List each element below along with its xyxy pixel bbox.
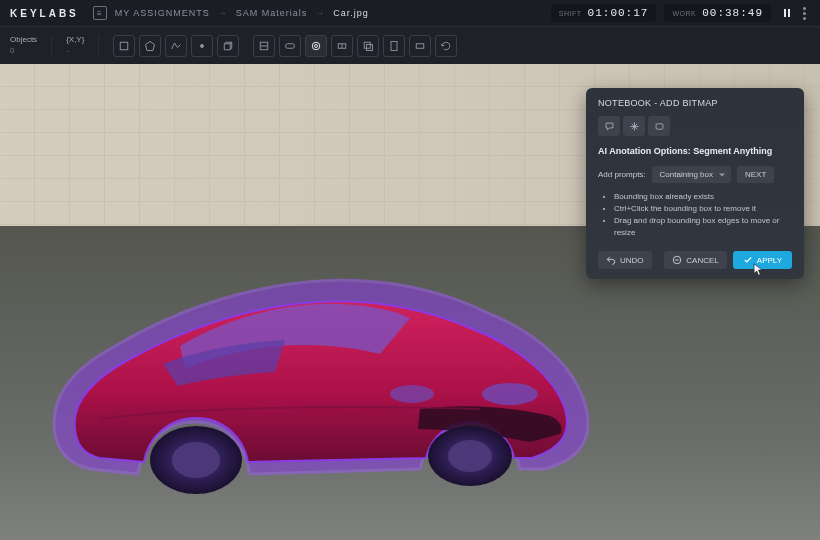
menu-dots-icon[interactable] bbox=[799, 7, 810, 20]
crumb-assignments[interactable]: MY ASSIGNMENTS bbox=[115, 8, 210, 18]
svg-rect-20 bbox=[656, 123, 663, 129]
toolbar: Objects 0 {X,Y} - bbox=[0, 26, 820, 64]
chevron-right-icon: → bbox=[315, 8, 325, 18]
shift-value: 01:00:17 bbox=[588, 7, 649, 19]
segmentation-mask bbox=[20, 234, 610, 494]
refresh-tool-icon[interactable] bbox=[435, 35, 457, 57]
svg-rect-12 bbox=[391, 41, 397, 50]
cursor-icon bbox=[753, 263, 764, 277]
pause-icon[interactable] bbox=[779, 7, 791, 19]
undo-button[interactable]: UNDO bbox=[598, 251, 652, 269]
svg-point-2 bbox=[201, 44, 204, 47]
tool-group-a bbox=[113, 35, 239, 57]
hint-item: Drag and drop bounding box edges to move… bbox=[614, 215, 792, 239]
sparkle-icon[interactable] bbox=[623, 116, 645, 136]
panel-title: NOTEBOOK - ADD BITMAP bbox=[598, 98, 792, 108]
crumb-folder[interactable]: SAM Materials bbox=[236, 8, 308, 18]
hint-item: Bounding box already exists bbox=[614, 191, 792, 203]
panel-heading: AI Anotation Options: Segment Anything bbox=[598, 146, 792, 156]
svg-rect-11 bbox=[367, 44, 373, 50]
cuboid-tool-icon[interactable] bbox=[217, 35, 239, 57]
bbox-tool-icon[interactable] bbox=[113, 35, 135, 57]
svg-rect-0 bbox=[121, 42, 129, 50]
svg-point-17 bbox=[172, 442, 220, 478]
work-value: 00:38:49 bbox=[702, 7, 763, 19]
segmented-object-car[interactable] bbox=[20, 234, 610, 494]
edit-tool-icon[interactable] bbox=[383, 35, 405, 57]
undo-icon bbox=[606, 255, 616, 265]
mask-icon[interactable] bbox=[648, 116, 670, 136]
check-icon bbox=[743, 255, 753, 265]
point-tool-icon[interactable] bbox=[191, 35, 213, 57]
tool-group-b bbox=[253, 35, 457, 57]
svg-point-6 bbox=[313, 42, 321, 50]
objects-counter: Objects 0 bbox=[10, 35, 37, 56]
svg-rect-10 bbox=[365, 42, 371, 48]
svg-rect-13 bbox=[417, 43, 425, 48]
hint-item: Ctrl+Click the bounding box to remove it bbox=[614, 203, 792, 215]
svg-point-14 bbox=[482, 383, 538, 405]
prompt-label: Add prompts: bbox=[598, 170, 646, 179]
next-button[interactable]: NEXT bbox=[737, 166, 774, 183]
svg-point-7 bbox=[315, 44, 318, 47]
header-right: SHIFT 01:00:17 WORK 00:38:49 bbox=[551, 4, 810, 22]
panel-mode-icons bbox=[598, 116, 792, 136]
work-timer: WORK 00:38:49 bbox=[664, 4, 771, 22]
prompt-row: Add prompts: Containing box NEXT bbox=[598, 166, 792, 183]
chat-icon[interactable] bbox=[598, 116, 620, 136]
cancel-button[interactable]: CANCEL bbox=[664, 251, 726, 269]
svg-point-15 bbox=[390, 385, 434, 403]
brush-tool-icon[interactable] bbox=[253, 35, 275, 57]
panel-actions: UNDO CANCEL APPLY bbox=[598, 251, 792, 269]
app-logo: KEYLABS bbox=[10, 8, 79, 19]
crumb-file[interactable]: Car.jpg bbox=[333, 8, 369, 18]
polyline-tool-icon[interactable] bbox=[165, 35, 187, 57]
shift-timer: SHIFT 01:00:17 bbox=[551, 4, 657, 22]
app-header: KEYLABS ≡ MY ASSIGNMENTS → SAM Materials… bbox=[0, 0, 820, 26]
svg-marker-1 bbox=[146, 41, 155, 50]
polygon-tool-icon[interactable] bbox=[139, 35, 161, 57]
chevron-right-icon: → bbox=[218, 8, 228, 18]
divider bbox=[98, 35, 99, 57]
divider bbox=[51, 35, 52, 57]
work-label: WORK bbox=[672, 10, 696, 17]
cancel-icon bbox=[672, 255, 682, 265]
delete-tool-icon[interactable] bbox=[409, 35, 431, 57]
copy-tool-icon[interactable] bbox=[357, 35, 379, 57]
magic-wand-icon[interactable] bbox=[305, 35, 327, 57]
shift-label: SHIFT bbox=[559, 10, 582, 17]
svg-point-19 bbox=[448, 440, 492, 472]
prompt-type-select[interactable]: Containing box bbox=[652, 166, 731, 183]
skeleton-tool-icon[interactable] bbox=[331, 35, 353, 57]
assignments-icon[interactable]: ≡ bbox=[93, 6, 107, 20]
hints-list: Bounding box already exists Ctrl+Click t… bbox=[598, 191, 792, 239]
apply-button[interactable]: APPLY bbox=[733, 251, 792, 269]
svg-rect-5 bbox=[286, 43, 295, 48]
notebook-panel: NOTEBOOK - ADD BITMAP AI Anotation Optio… bbox=[586, 88, 804, 279]
ellipse-tool-icon[interactable] bbox=[279, 35, 301, 57]
breadcrumb: ≡ MY ASSIGNMENTS → SAM Materials → Car.j… bbox=[93, 6, 369, 20]
coord-display: {X,Y} - bbox=[66, 35, 84, 56]
